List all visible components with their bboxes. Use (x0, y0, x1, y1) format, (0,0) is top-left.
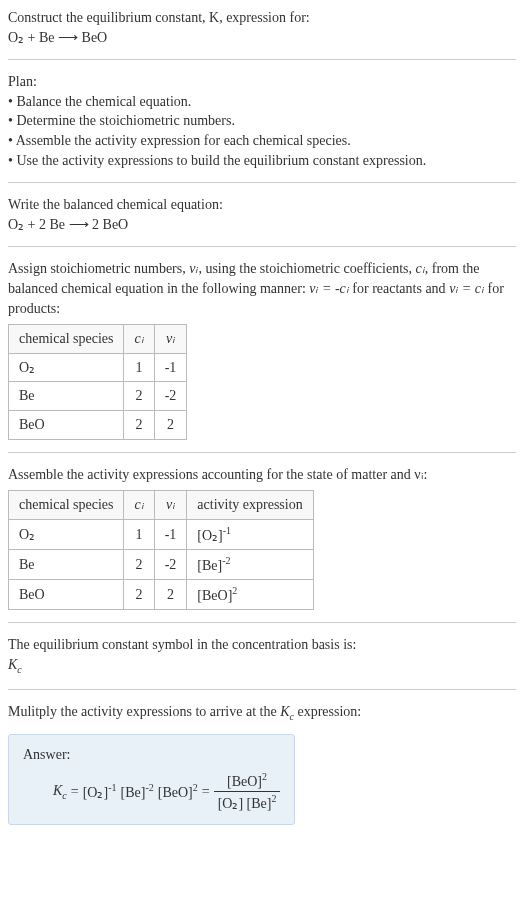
multiply-text-1: Mulitply the activity expressions to arr… (8, 704, 280, 719)
table-row: BeO 2 2 [BeO]2 (9, 580, 314, 610)
cell-v: -1 (154, 519, 187, 549)
equals-sign: = (71, 782, 79, 802)
prompt-line1: Construct the equilibrium constant, K, e… (8, 10, 310, 25)
term-2: [Be]-2 (120, 781, 153, 802)
prompt: Construct the equilibrium constant, K, e… (8, 8, 516, 47)
equals-sign: = (202, 782, 210, 802)
stoich-text-4: for reactants and (349, 281, 449, 296)
cell-activity: [BeO]2 (187, 580, 313, 610)
cell-c: 2 (124, 580, 154, 610)
stoich-table: chemical species cᵢ νᵢ O₂ 1 -1 Be 2 -2 B… (8, 324, 187, 439)
prompt-eq-lhs: O₂ + Be (8, 30, 55, 45)
answer-equation: Kc = [O₂]-1 [Be]-2 [BeO]2 = [BeO]2 [O₂] … (53, 770, 280, 814)
term-1: [O₂]-1 (83, 781, 117, 802)
col-species: chemical species (9, 491, 124, 520)
cell-c: 1 (124, 519, 154, 549)
activity-table: chemical species cᵢ νᵢ activity expressi… (8, 490, 314, 610)
fraction-denominator: [O₂] [Be]2 (214, 792, 281, 813)
cell-c: 2 (124, 382, 154, 411)
cell-species: Be (9, 382, 124, 411)
plan-bullet-1: • Balance the chemical equation. (8, 94, 191, 109)
kc-symbol: Kc (8, 657, 22, 672)
plan-bullet-3: • Assemble the activity expression for e… (8, 133, 351, 148)
kc-symbol: Kc (53, 781, 67, 803)
cell-v: -2 (154, 549, 187, 579)
arrow-icon: ⟶ (58, 30, 78, 45)
table-row: Be 2 -2 (9, 382, 187, 411)
col-ci: cᵢ (124, 491, 154, 520)
balanced-section: Write the balanced chemical equation: O₂… (8, 195, 516, 234)
symbol-line1: The equilibrium constant symbol in the c… (8, 637, 356, 652)
col-activity: activity expression (187, 491, 313, 520)
activity-section: Assemble the activity expressions accoun… (8, 465, 516, 611)
table-row: O₂ 1 -1 [O₂]-1 (9, 519, 314, 549)
col-nu: νᵢ (154, 491, 187, 520)
cell-v: -2 (154, 382, 187, 411)
fraction-numerator: [BeO]2 (214, 770, 281, 792)
answer-label: Answer: (23, 745, 280, 765)
kc-symbol: Kc (280, 704, 294, 719)
cell-v: 2 (154, 410, 187, 439)
balanced-heading: Write the balanced chemical equation: (8, 197, 223, 212)
multiply-text-2: expression: (294, 704, 361, 719)
plan-heading: Plan: (8, 74, 37, 89)
symbol-section: The equilibrium constant symbol in the c… (8, 635, 516, 676)
plan-section: Plan: • Balance the chemical equation. •… (8, 72, 516, 170)
cell-v: -1 (154, 353, 187, 382)
stoich-section: Assign stoichiometric numbers, νᵢ, using… (8, 259, 516, 439)
plan-bullet-4: • Use the activity expressions to build … (8, 153, 426, 168)
table-row: Be 2 -2 [Be]-2 (9, 549, 314, 579)
cell-species: O₂ (9, 353, 124, 382)
col-nu: νᵢ (154, 325, 187, 354)
fraction: [BeO]2 [O₂] [Be]2 (214, 770, 281, 814)
plan-bullet-2: • Determine the stoichiometric numbers. (8, 113, 235, 128)
cell-v: 2 (154, 580, 187, 610)
cell-c: 2 (124, 549, 154, 579)
cell-activity: [O₂]-1 (187, 519, 313, 549)
arrow-icon: ⟶ (69, 217, 89, 232)
prompt-eq-rhs: BeO (82, 30, 108, 45)
cell-species: BeO (9, 580, 124, 610)
balanced-rhs: 2 BeO (92, 217, 128, 232)
stoich-rel2: νᵢ = cᵢ (449, 281, 484, 296)
cell-c: 1 (124, 353, 154, 382)
balanced-lhs: O₂ + 2 Be (8, 217, 65, 232)
answer-box: Answer: Kc = [O₂]-1 [Be]-2 [BeO]2 = [BeO… (8, 734, 295, 825)
activity-heading: Assemble the activity expressions accoun… (8, 467, 428, 482)
ci-symbol: cᵢ (416, 261, 425, 276)
table-row: BeO 2 2 (9, 410, 187, 439)
stoich-rel1: νᵢ = -cᵢ (309, 281, 349, 296)
cell-activity: [Be]-2 (187, 549, 313, 579)
cell-species: BeO (9, 410, 124, 439)
cell-c: 2 (124, 410, 154, 439)
col-species: chemical species (9, 325, 124, 354)
multiply-section: Mulitply the activity expressions to arr… (8, 702, 516, 724)
cell-species: O₂ (9, 519, 124, 549)
col-ci: cᵢ (124, 325, 154, 354)
stoich-text-2: , using the stoichiometric coefficients, (198, 261, 415, 276)
table-header-row: chemical species cᵢ νᵢ activity expressi… (9, 491, 314, 520)
table-header-row: chemical species cᵢ νᵢ (9, 325, 187, 354)
term-3: [BeO]2 (158, 781, 198, 802)
stoich-text-1: Assign stoichiometric numbers, (8, 261, 189, 276)
table-row: O₂ 1 -1 (9, 353, 187, 382)
cell-species: Be (9, 549, 124, 579)
